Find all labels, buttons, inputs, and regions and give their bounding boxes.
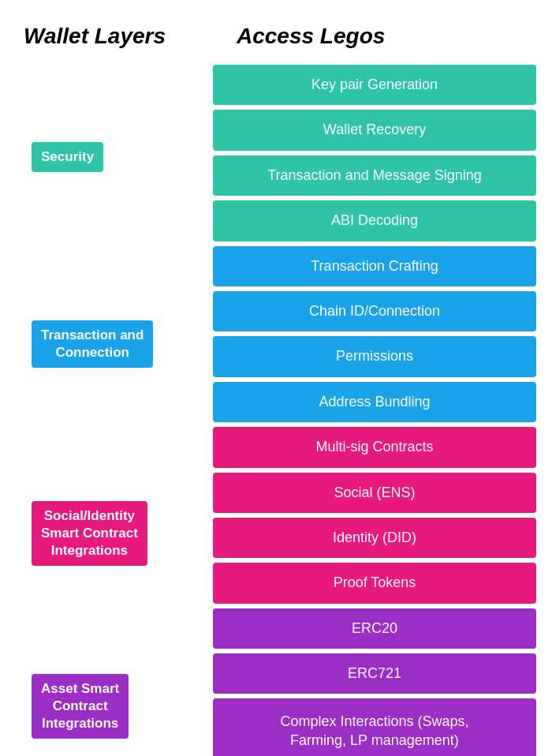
lego-address-bundling: Address Bundling: [213, 382, 536, 422]
main-content: Security Transaction and Connection Soci…: [16, 65, 536, 756]
lego-transaction-crafting: Transaction Crafting: [213, 246, 536, 286]
lego-proof-tokens: Proof Tokens: [213, 563, 536, 603]
security-label: Security: [32, 142, 103, 172]
security-group: Security: [16, 65, 205, 249]
page-container: Wallet Layers Access Legos Security Tran…: [0, 0, 552, 756]
transaction-connection-group: Transaction and Connection: [16, 249, 205, 439]
lego-multi-sig-contracts: Multi-sig Contracts: [213, 427, 536, 467]
lego-abi-decoding: ABI Decoding: [213, 200, 536, 241]
lego-erc721: ERC721: [213, 653, 536, 694]
lego-wallet-recovery: Wallet Recovery: [213, 110, 536, 150]
lego-social-ens: Social (ENS): [213, 473, 536, 513]
asset-smart-contract-label: Asset Smart Contract Integrations: [32, 674, 129, 739]
left-panel: Security Transaction and Connection Soci…: [16, 65, 213, 756]
lego-identity-did: Identity (DID): [213, 518, 536, 558]
access-legos-title: Access Legos: [237, 24, 385, 48]
lego-permissions: Permissions: [213, 336, 536, 376]
header-row: Wallet Layers Access Legos: [16, 24, 536, 49]
wallet-layers-header: Wallet Layers: [16, 24, 229, 49]
lego-chain-id-connection: Chain ID/Connection: [213, 291, 536, 331]
right-panel: Key pair Generation Wallet Recovery Tran…: [213, 65, 536, 756]
social-identity-group: Social/Identity Smart Contract Integrati…: [16, 439, 205, 628]
asset-smart-contract-group: Asset Smart Contract Integrations: [16, 628, 205, 756]
transaction-connection-label: Transaction and Connection: [32, 320, 153, 368]
access-legos-header: Access Legos: [229, 24, 536, 49]
lego-complex-interactions: Complex Interactions (Swaps, Farming, LP…: [213, 698, 536, 756]
lego-transaction-message-signing: Transaction and Message Signing: [213, 155, 536, 196]
social-identity-label: Social/Identity Smart Contract Integrati…: [32, 501, 147, 566]
lego-key-pair-generation: Key pair Generation: [213, 65, 536, 105]
lego-erc20: ERC20: [213, 608, 536, 649]
wallet-layers-title: Wallet Layers: [24, 24, 166, 48]
